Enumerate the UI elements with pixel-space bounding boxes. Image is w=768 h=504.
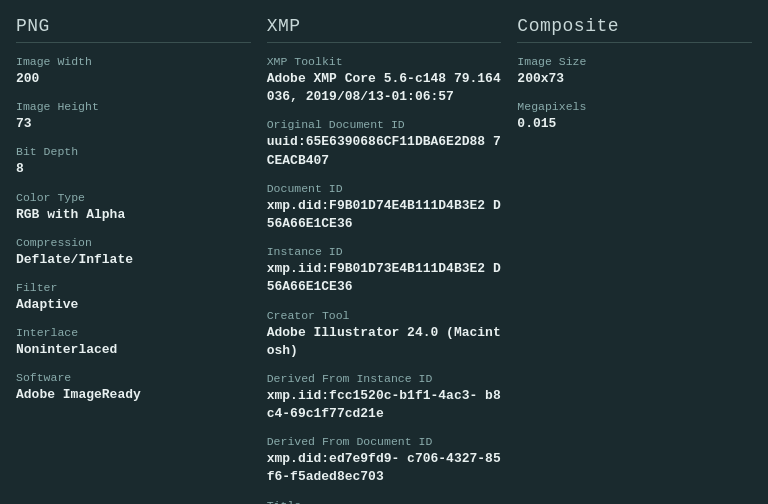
- xmp-value-0: Adobe XMP Core 5.6-c148 79.164036, 2019/…: [267, 70, 502, 106]
- png-label-3: Color Type: [16, 191, 251, 204]
- xmp-value-3: xmp.iid:F9B01D73E4B111D4B3E2 D56A66E1CE3…: [267, 260, 502, 296]
- xmp-header: XMP: [267, 16, 502, 43]
- png-field-7: SoftwareAdobe ImageReady: [16, 371, 251, 404]
- xmp-field-0: XMP ToolkitAdobe XMP Core 5.6-c148 79.16…: [267, 55, 502, 106]
- xmp-label-7: Title: [267, 499, 502, 504]
- xmp-value-6: xmp.did:ed7e9fd9- c706-4327-85f6-f5aded8…: [267, 450, 502, 486]
- column-composite: CompositeImage Size200x73Megapixels0.015: [517, 16, 752, 504]
- png-field-6: InterlaceNoninterlaced: [16, 326, 251, 359]
- xmp-label-4: Creator Tool: [267, 309, 502, 322]
- png-value-1: 73: [16, 115, 251, 133]
- png-label-0: Image Width: [16, 55, 251, 68]
- xmp-value-2: xmp.did:F9B01D74E4B111D4B3E2 D56A66E1CE3…: [267, 197, 502, 233]
- png-value-6: Noninterlaced: [16, 341, 251, 359]
- composite-label-1: Megapixels: [517, 100, 752, 113]
- png-label-5: Filter: [16, 281, 251, 294]
- xmp-label-5: Derived From Instance ID: [267, 372, 502, 385]
- xmp-field-1: Original Document IDuuid:65E6390686CF11D…: [267, 118, 502, 169]
- xmp-value-5: xmp.iid:fcc1520c-b1f1-4ac3- b8c4-69c1f77…: [267, 387, 502, 423]
- png-field-1: Image Height73: [16, 100, 251, 133]
- composite-header: Composite: [517, 16, 752, 43]
- xmp-field-3: Instance IDxmp.iid:F9B01D73E4B111D4B3E2 …: [267, 245, 502, 296]
- column-xmp: XMPXMP ToolkitAdobe XMP Core 5.6-c148 79…: [267, 16, 518, 504]
- xmp-label-3: Instance ID: [267, 245, 502, 258]
- png-value-7: Adobe ImageReady: [16, 386, 251, 404]
- xmp-value-4: Adobe Illustrator 24.0 (Macintosh): [267, 324, 502, 360]
- xmp-field-5: Derived From Instance IDxmp.iid:fcc1520c…: [267, 372, 502, 423]
- png-field-5: FilterAdaptive: [16, 281, 251, 314]
- png-field-0: Image Width200: [16, 55, 251, 88]
- png-field-4: CompressionDeflate/Inflate: [16, 236, 251, 269]
- xmp-field-2: Document IDxmp.did:F9B01D74E4B111D4B3E2 …: [267, 182, 502, 233]
- png-value-0: 200: [16, 70, 251, 88]
- xmp-label-6: Derived From Document ID: [267, 435, 502, 448]
- xmp-label-0: XMP Toolkit: [267, 55, 502, 68]
- png-field-3: Color TypeRGB with Alpha: [16, 191, 251, 224]
- xmp-label-2: Document ID: [267, 182, 502, 195]
- png-label-2: Bit Depth: [16, 145, 251, 158]
- png-label-7: Software: [16, 371, 251, 384]
- png-value-4: Deflate/Inflate: [16, 251, 251, 269]
- png-label-1: Image Height: [16, 100, 251, 113]
- xmp-field-4: Creator ToolAdobe Illustrator 24.0 (Maci…: [267, 309, 502, 360]
- composite-value-0: 200x73: [517, 70, 752, 88]
- png-value-3: RGB with Alpha: [16, 206, 251, 224]
- png-header: PNG: [16, 16, 251, 43]
- png-value-5: Adaptive: [16, 296, 251, 314]
- composite-label-0: Image Size: [517, 55, 752, 68]
- column-png: PNGImage Width200Image Height73Bit Depth…: [16, 16, 267, 504]
- composite-field-1: Megapixels0.015: [517, 100, 752, 133]
- png-label-4: Compression: [16, 236, 251, 249]
- png-value-2: 8: [16, 160, 251, 178]
- xmp-field-7: TitleDrugHub: [267, 499, 502, 504]
- composite-field-0: Image Size200x73: [517, 55, 752, 88]
- xmp-value-1: uuid:65E6390686CF11DBA6E2D88 7CEACB407: [267, 133, 502, 169]
- png-label-6: Interlace: [16, 326, 251, 339]
- composite-value-1: 0.015: [517, 115, 752, 133]
- main-layout: PNGImage Width200Image Height73Bit Depth…: [16, 16, 752, 504]
- xmp-field-6: Derived From Document IDxmp.did:ed7e9fd9…: [267, 435, 502, 486]
- xmp-label-1: Original Document ID: [267, 118, 502, 131]
- png-field-2: Bit Depth8: [16, 145, 251, 178]
